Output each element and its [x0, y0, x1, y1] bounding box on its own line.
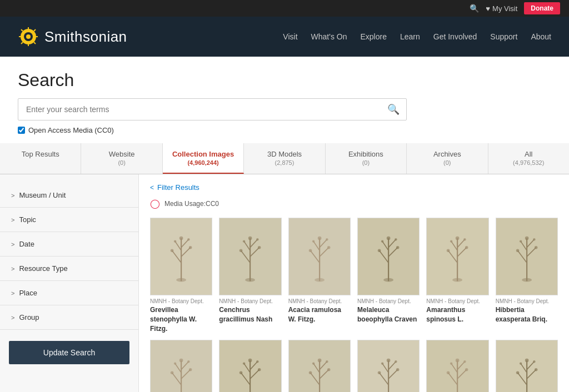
- tab-top-results[interactable]: Top Results: [0, 143, 81, 174]
- svg-line-125: [457, 361, 465, 369]
- svg-line-59: [457, 239, 465, 247]
- card-title: Acacia ramulosa W. Fitzg.: [288, 305, 351, 324]
- filter-museum-unit[interactable]: > Museum / Unit: [0, 183, 138, 208]
- active-filter-dot-icon: ◯: [150, 198, 160, 209]
- image-card[interactable]: NMNH - Botany Dept.: [219, 340, 281, 392]
- svg-point-62: [447, 249, 450, 252]
- svg-point-97: [243, 363, 245, 365]
- search-icon[interactable]: 🔍: [470, 4, 479, 13]
- svg-line-91: [244, 364, 250, 373]
- card-dept: NMNH - Botany Dept.: [288, 298, 351, 304]
- nav-learn[interactable]: Learn: [400, 32, 420, 41]
- nav-get-involved[interactable]: Get Involved: [433, 32, 477, 41]
- update-search-button[interactable]: Update Search: [9, 341, 129, 364]
- image-card[interactable]: NMNH - Botany Dept. Amaranthus spinosus …: [426, 218, 488, 333]
- svg-line-114: [388, 361, 396, 369]
- search-bar: 🔍: [18, 98, 407, 120]
- filter-group[interactable]: > Group: [0, 305, 138, 330]
- svg-line-67: [517, 250, 527, 263]
- svg-line-90: [250, 370, 259, 379]
- search-title: Search: [18, 70, 551, 91]
- nav-support[interactable]: Support: [490, 32, 517, 41]
- svg-line-68: [527, 247, 536, 257]
- svg-point-20: [174, 240, 176, 242]
- filter-topic[interactable]: > Topic: [0, 208, 138, 232]
- svg-point-107: [327, 368, 331, 371]
- top-bar: 🔍 ♥ My Visit Donate: [0, 0, 569, 17]
- svg-point-41: [327, 246, 331, 249]
- image-card[interactable]: NMNH - Botany Dept. Melaleuca boeophylla…: [357, 218, 420, 333]
- nav-whats-on[interactable]: What's On: [311, 32, 347, 41]
- svg-point-43: [326, 238, 328, 240]
- svg-point-75: [520, 240, 522, 242]
- svg-line-14: [175, 241, 181, 250]
- svg-point-116: [387, 359, 391, 363]
- svg-line-101: [320, 370, 329, 379]
- svg-point-130: [450, 363, 452, 365]
- chevron-right-icon: >: [11, 241, 14, 248]
- svg-point-109: [326, 360, 328, 363]
- tabs-bar: Top Results Website (0) Collection Image…: [0, 143, 569, 174]
- svg-point-32: [257, 238, 259, 240]
- svg-point-127: [456, 359, 460, 363]
- svg-line-7: [21, 29, 23, 31]
- svg-line-35: [320, 247, 329, 257]
- svg-point-142: [533, 360, 535, 363]
- svg-line-103: [320, 361, 327, 369]
- svg-point-72: [525, 237, 529, 240]
- card-title: Amaranthus spinosus L.: [426, 305, 488, 324]
- nav-visit[interactable]: Visit: [283, 32, 297, 41]
- tab-website[interactable]: Website (0): [81, 143, 162, 174]
- svg-line-135: [521, 364, 527, 373]
- plant-image-icon: [433, 226, 482, 287]
- active-filters: ◯ Media Usage:CC0: [150, 198, 558, 209]
- nav-about[interactable]: About: [531, 32, 551, 41]
- chevron-right-icon: >: [11, 265, 14, 272]
- plant-image-icon: [433, 348, 482, 392]
- svg-point-140: [535, 368, 538, 371]
- tab-collection-images[interactable]: Collection Images (4,960,244): [163, 143, 244, 174]
- image-grid: NMNH - Botany Dept. Grevillea stenophyll…: [150, 218, 558, 392]
- search-submit-button[interactable]: 🔍: [381, 99, 406, 120]
- logo-text: Smithsonian: [44, 28, 127, 46]
- image-card[interactable]: NMNH - Botany Dept.: [357, 340, 420, 392]
- nav-explore[interactable]: Explore: [360, 32, 386, 41]
- card-dept: NMNH - Botany Dept.: [150, 298, 212, 304]
- svg-line-45: [380, 250, 389, 263]
- open-access-checkbox[interactable]: [18, 127, 25, 134]
- tab-exhibitions[interactable]: Exhibitions (0): [326, 143, 407, 174]
- card-title: Grevillea stenophylla W. Fitzg.: [150, 305, 212, 333]
- svg-line-112: [388, 370, 398, 379]
- filter-results-toggle[interactable]: < Filter Results: [150, 183, 558, 192]
- image-card[interactable]: NMNH - Botany Dept.: [426, 340, 488, 392]
- image-card[interactable]: NMNH - Botany Dept.: [288, 340, 351, 392]
- image-card[interactable]: NMNH - Botany Dept. Acacia ramulosa W. F…: [288, 218, 351, 333]
- image-card[interactable]: NMNH - Botany Dept.: [496, 340, 558, 392]
- svg-point-30: [258, 246, 261, 249]
- plant-image-icon: [502, 348, 551, 392]
- tab-3d-models[interactable]: 3D Models (2,875): [244, 143, 325, 174]
- svg-line-13: [181, 247, 191, 257]
- plant-image-icon: [157, 348, 206, 392]
- image-card[interactable]: NMNH - Botany Dept.: [150, 340, 212, 392]
- svg-point-60: [453, 278, 463, 282]
- tab-archives[interactable]: Archives (0): [407, 143, 488, 174]
- svg-line-78: [172, 373, 182, 385]
- tab-all[interactable]: All (4,976,532): [488, 143, 569, 174]
- filter-resource-type[interactable]: > Resource Type: [0, 257, 138, 281]
- active-filter-tag[interactable]: Media Usage:CC0: [164, 200, 219, 208]
- filter-date[interactable]: > Date: [0, 232, 138, 257]
- svg-line-123: [457, 370, 467, 379]
- image-card[interactable]: NMNH - Botany Dept. Cenchrus gracillimus…: [219, 218, 281, 333]
- svg-line-136: [527, 361, 534, 369]
- svg-point-53: [381, 240, 383, 242]
- filter-place[interactable]: > Place: [0, 281, 138, 305]
- image-card[interactable]: NMNH - Botany Dept. Hibbertia exasperata…: [496, 218, 558, 333]
- image-card[interactable]: NMNH - Botany Dept. Grevillea stenophyll…: [150, 218, 212, 333]
- svg-point-16: [176, 278, 186, 282]
- svg-line-26: [250, 239, 257, 247]
- svg-point-39: [318, 237, 322, 240]
- donate-button[interactable]: Donate: [524, 2, 560, 14]
- search-input[interactable]: [18, 99, 381, 119]
- my-visit-link[interactable]: ♥ My Visit: [486, 4, 517, 13]
